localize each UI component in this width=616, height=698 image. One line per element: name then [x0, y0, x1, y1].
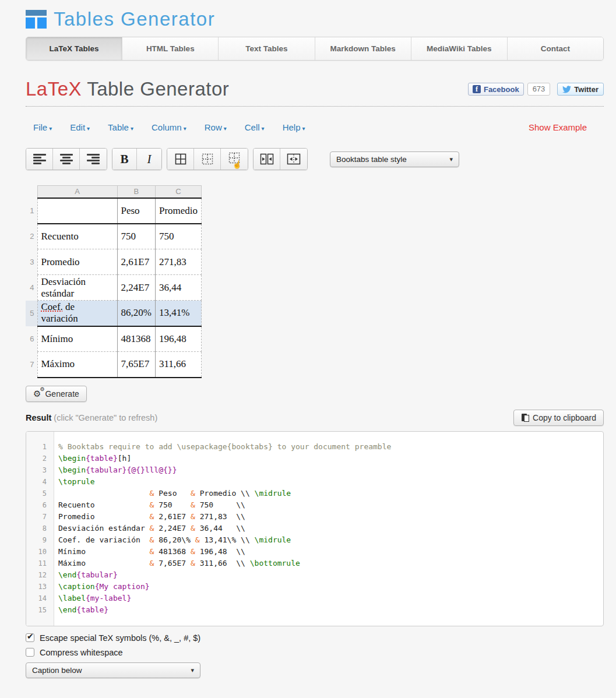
generate-button[interactable]: ⚙⚙ Generate [26, 386, 87, 402]
row-number-6[interactable]: 6 [26, 326, 37, 352]
twitter-bird-icon [562, 86, 571, 93]
menu-help[interactable]: Help▾ [283, 122, 305, 132]
code-line: \end{tabular} [58, 569, 391, 581]
code-line: \label{my-label} [58, 593, 391, 604]
chevron-down-icon: ▾ [262, 125, 265, 132]
gears-icon: ⚙⚙ [33, 389, 41, 399]
tab-text-tables[interactable]: Text Tables [219, 37, 315, 60]
checkbox-escape-special-tex-symbols[interactable]: ✔ [26, 633, 34, 642]
column-header-row: ABC [26, 186, 202, 198]
menu-column[interactable]: Column▾ [152, 122, 186, 132]
misspelled-word: Coef. [41, 301, 63, 312]
line-number: 9 [26, 534, 54, 546]
cell[interactable]: 196,48 [155, 326, 201, 352]
table-style-select[interactable]: Booktabs table style ▾ [330, 151, 459, 167]
chevron-down-icon: ▾ [49, 125, 52, 132]
menu-file[interactable]: File▾ [33, 122, 52, 132]
cell[interactable]: Mínimo [37, 326, 117, 352]
align-left-icon [33, 153, 46, 165]
italic-button[interactable]: I [137, 149, 161, 170]
line-number: 7 [26, 511, 54, 523]
column-header-c[interactable]: C [155, 186, 201, 198]
site-header: Tables Generator [26, 6, 604, 33]
menu-bar: File▾Edit▾Table▾Column▾Row▾Cell▾Help▾Sho… [26, 122, 604, 132]
facebook-share-button[interactable]: f Facebook [468, 83, 524, 96]
line-number: 2 [26, 453, 54, 464]
cell[interactable]: Coef. de variación [37, 301, 117, 326]
tab-contact[interactable]: Contact [508, 37, 603, 60]
menu-row[interactable]: Row▾ [205, 122, 227, 132]
all-borders-button[interactable] [167, 149, 194, 170]
cell[interactable]: Recuento [37, 224, 117, 249]
row-number-5[interactable]: 5 [26, 301, 37, 326]
column-header-a[interactable]: A [37, 186, 117, 198]
cell[interactable]: Promedio [155, 198, 201, 224]
align-left-button[interactable] [26, 149, 53, 170]
facebook-share-count: 673 [527, 83, 551, 96]
code-line: Coef. de variación & 86,20\% & 13,41\% \… [58, 534, 391, 546]
menu-edit[interactable]: Edit▾ [70, 122, 90, 132]
bold-button[interactable]: B [112, 149, 137, 170]
tab-mediawiki-tables[interactable]: MediaWiki Tables [411, 37, 508, 60]
page-title-rest: Table Generator [82, 78, 229, 100]
chevron-down-icon: ▾ [184, 125, 186, 132]
line-number: 8 [26, 523, 54, 534]
cell[interactable]: 2,61E7 [117, 249, 155, 275]
cell[interactable]: 13,41% [155, 301, 201, 326]
twitter-share-button[interactable]: Twitter [557, 83, 604, 96]
row-number-3[interactable]: 3 [26, 249, 37, 275]
code-line: Mínimo & 481368 & 196,48 \\ [58, 546, 391, 558]
menu-table[interactable]: Table▾ [108, 122, 133, 132]
code-line: Recuento & 750 & 750 \\ [58, 499, 391, 511]
all-borders-icon [175, 153, 186, 165]
cell[interactable]: 750 [117, 224, 155, 249]
cell[interactable] [37, 198, 117, 224]
align-right-button[interactable] [80, 149, 107, 170]
cell[interactable]: 271,83 [155, 249, 201, 275]
merge-cells-button[interactable] [254, 149, 280, 170]
chevron-down-icon: ▾ [131, 125, 133, 132]
custom-borders-icon: ☝ [228, 152, 240, 166]
column-header-b[interactable]: B [117, 186, 155, 198]
table-row: 4Desviación estándar2,24E736,44 [26, 275, 202, 301]
line-number: 11 [26, 558, 54, 569]
caption-position-select[interactable]: Caption below ▾ [26, 662, 200, 678]
spreadsheet[interactable]: ABC 1PesoPromedio2Recuento7507503Promedi… [26, 185, 604, 378]
cell[interactable]: Peso [117, 198, 155, 224]
line-number-gutter: 123456789101112131415 [26, 432, 54, 626]
cell[interactable]: 36,44 [155, 275, 201, 301]
tab-latex-tables[interactable]: LaTeX Tables [26, 37, 122, 60]
checkbox-compress-whitespace[interactable]: ✔ [26, 648, 34, 657]
cell[interactable]: 750 [155, 224, 201, 249]
code-line: \end{table} [58, 604, 391, 616]
line-number: 12 [26, 569, 54, 581]
no-borders-button[interactable] [194, 149, 221, 170]
cell[interactable]: 481368 [117, 326, 155, 352]
tab-html-tables[interactable]: HTML Tables [122, 37, 219, 60]
split-cells-button[interactable] [280, 149, 307, 170]
code-line: \begin{tabular}{@{}lll@{}} [58, 464, 391, 476]
cell[interactable]: 7,65E7 [117, 352, 155, 378]
row-number-7[interactable]: 7 [26, 352, 37, 378]
row-number-4[interactable]: 4 [26, 275, 37, 301]
custom-borders-button[interactable]: ☝ [221, 149, 248, 170]
cell[interactable]: 86,20% [117, 301, 155, 326]
copy-to-clipboard-button[interactable]: Copy to clipboard [513, 410, 604, 426]
spreadsheet-body: 1PesoPromedio2Recuento7507503Promedio2,6… [26, 198, 202, 378]
show-example-link[interactable]: Show Example [529, 122, 587, 132]
tab-bar: LaTeX TablesHTML TablesText TablesMarkdo… [26, 37, 604, 61]
tab-markdown-tables[interactable]: Markdown Tables [315, 37, 411, 60]
split-cells-icon [287, 153, 301, 165]
chevron-down-icon: ▾ [302, 125, 305, 132]
cell[interactable]: 2,24E7 [117, 275, 155, 301]
row-number-1[interactable]: 1 [26, 198, 37, 224]
menu-cell[interactable]: Cell▾ [245, 122, 265, 132]
latex-code-editor[interactable]: 123456789101112131415 % Booktabs require… [26, 431, 604, 626]
cell[interactable]: Desviación estándar [37, 275, 117, 301]
cell[interactable]: 311,66 [155, 352, 201, 378]
line-number: 3 [26, 464, 54, 476]
row-number-2[interactable]: 2 [26, 224, 37, 249]
cell[interactable]: Promedio [37, 249, 117, 275]
cell[interactable]: Máximo [37, 352, 117, 378]
align-center-button[interactable] [53, 149, 80, 170]
